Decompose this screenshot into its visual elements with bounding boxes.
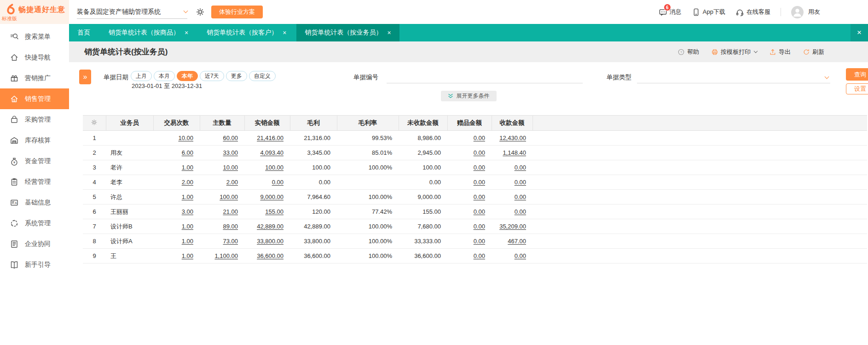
sidebar-item-sales-mgmt[interactable]: $销售管理 [0,88,69,109]
cell-gross-margin: 100.00% [337,219,399,234]
trial-industry-plan-button[interactable]: 体验行业方案 [211,6,263,18]
table-row: 2用友6.0033.004,093.403,345.0085.01%2,945.… [83,146,867,160]
cell-net-sales-amount[interactable]: 36,600.00 [244,249,290,263]
cell-main-qty[interactable]: 33.00 [200,146,244,160]
date-preset-pill[interactable]: 上月 [131,71,152,81]
cell-net-sales-amount[interactable]: 4,093.40 [244,146,290,160]
cell-gift-amount[interactable]: 0.00 [447,146,492,160]
sidebar-item-system-mgmt[interactable]: 系统管理 [0,213,69,234]
cell-gift-amount[interactable]: 0.00 [447,234,492,249]
date-preset-pill[interactable]: 自定义 [249,71,276,81]
tab-close-icon[interactable]: × [283,29,286,36]
date-preset-pill[interactable]: 本月 [154,71,175,81]
cell-gift-amount[interactable]: 0.00 [447,205,492,219]
expand-more-conditions-button[interactable]: 展开更多条件 [441,91,497,101]
cell-gift-amount[interactable]: 0.00 [447,219,492,234]
cell-net-sales-amount[interactable]: 0.00 [244,175,290,190]
sidebar-item-purchase-mgmt[interactable]: 采购管理 [0,109,69,130]
cell-main-qty[interactable]: 2.00 [200,175,244,190]
cell-net-sales-amount[interactable]: 42,889.00 [244,219,290,234]
cell-net-sales-amount[interactable]: 155.00 [244,205,290,219]
cell-main-qty[interactable]: 1,100.00 [200,249,244,263]
cell-trade-count[interactable]: 1.00 [153,190,200,205]
doc-no-input[interactable] [387,73,583,83]
cell-gross-margin: 85.01% [337,146,399,160]
collapse-filter-button[interactable]: » [79,70,91,84]
tab-home[interactable]: 首页 [69,24,98,41]
print-by-template-button[interactable]: 按模板打印 [711,48,757,56]
cell-main-qty[interactable]: 100.00 [200,190,244,205]
tab-by-salesperson[interactable]: 销货单统计表（按业务员）× [296,24,399,41]
cell-gift-amount[interactable]: 0.00 [447,190,492,205]
cell-gift-amount[interactable]: 0.00 [447,160,492,175]
sidebar-item-funds-mgmt[interactable]: ¥资金管理 [0,151,69,171]
cell-received-amount[interactable]: 467.00 [492,234,532,249]
date-preset-pill[interactable]: 本年 [177,71,198,81]
cell-received-amount[interactable]: 1,148.40 [492,146,532,160]
logo-area: 畅捷通好生意 标准版 [0,0,69,24]
cell-received-amount[interactable]: 35,209.00 [492,219,532,234]
marketing-icon [10,74,19,83]
date-range-value[interactable]: 2023-01-01 至 2023-12-31 [132,82,202,90]
cell-received-amount[interactable]: 12,430.00 [492,131,532,146]
sidebar-item-quick-nav[interactable]: 快捷导航 [0,47,69,68]
messages-button[interactable]: 6 消息 [659,8,682,17]
doc-type-input[interactable] [637,73,830,83]
cell-received-amount[interactable]: 0.00 [492,205,532,219]
cell-gross-profit: 36,600.00 [290,249,337,263]
cell-main-qty[interactable]: 60.00 [200,131,244,146]
cell-received-amount[interactable]: 0.00 [492,160,532,175]
cell-main-qty[interactable]: 73.00 [200,234,244,249]
app-download-button[interactable]: App下载 [692,8,725,17]
search-button[interactable]: 查询 [846,68,868,81]
cell-trade-count[interactable]: 1.00 [153,234,200,249]
svg-text:$: $ [13,98,16,102]
tab-close-icon[interactable]: × [387,29,391,36]
refresh-button[interactable]: 刷新 [803,48,824,56]
doc-type-select[interactable] [637,73,830,83]
cell-main-qty[interactable]: 21.00 [200,205,244,219]
close-all-tabs-icon[interactable]: × [851,24,868,41]
cell-gift-amount[interactable]: 0.00 [447,175,492,190]
sidebar-item-base-info[interactable]: A基础信息 [0,192,69,213]
settings-button[interactable]: 设置 [846,83,868,94]
help-button[interactable]: ? 帮助 [677,48,699,56]
cell-trade-count[interactable]: 1.00 [153,219,200,234]
sidebar-item-search-menu[interactable]: 搜索菜单 [0,26,69,47]
online-service-button[interactable]: 在线客服 [735,8,770,17]
sidebar-item-inventory-accounting[interactable]: 库存核算 [0,130,69,151]
cell-trade-count[interactable]: 3.00 [153,205,200,219]
column-settings-button[interactable] [83,116,106,131]
sidebar-item-marketing[interactable]: 营销推广 [0,68,69,88]
cell-net-sales-amount[interactable]: 33,800.00 [244,234,290,249]
date-preset-pill[interactable]: 近7天 [200,71,224,81]
cell-gift-amount[interactable]: 0.00 [447,131,492,146]
cell-main-qty[interactable]: 89.00 [200,219,244,234]
cell-gross-margin: 100.00% [337,190,399,205]
cell-trade-count[interactable]: 10.00 [153,131,200,146]
cell-received-amount[interactable]: 0.00 [492,190,532,205]
cell-net-sales-amount[interactable]: 100.00 [244,160,290,175]
cell-net-sales-amount[interactable]: 9,000.00 [244,190,290,205]
system-select[interactable]: 装备及固定资产辅助管理系统 [77,5,187,19]
tab-by-product[interactable]: 销货单统计表（按商品）× [100,24,197,41]
tab-by-customer[interactable]: 销货单统计表（按客户）× [198,24,295,41]
date-preset-pill[interactable]: 更多 [226,71,247,81]
cell-trade-count[interactable]: 1.00 [153,249,200,263]
cell-received-amount[interactable]: 0.00 [492,175,532,190]
doc-type-label: 单据类型 [607,73,631,82]
user-avatar[interactable] [791,6,804,18]
sidebar-item-operations-mgmt[interactable]: 经营管理 [0,171,69,192]
sidebar-item-beginner-guide[interactable]: 新手引导 [0,254,69,275]
sidebar-item-enterprise-collab[interactable]: 企业协同 [0,234,69,254]
cell-received-amount[interactable]: 0.00 [492,249,532,263]
cell-gift-amount[interactable]: 0.00 [447,249,492,263]
cell-net-sales-amount[interactable]: 21,416.00 [244,131,290,146]
cell-trade-count[interactable]: 1.00 [153,160,200,175]
cell-trade-count[interactable]: 2.00 [153,175,200,190]
tab-close-icon[interactable]: × [185,29,188,36]
cell-trade-count[interactable]: 6.00 [153,146,200,160]
export-button[interactable]: 导出 [769,48,791,56]
settings-gear-icon[interactable] [196,7,205,17]
cell-main-qty[interactable]: 10.00 [200,160,244,175]
